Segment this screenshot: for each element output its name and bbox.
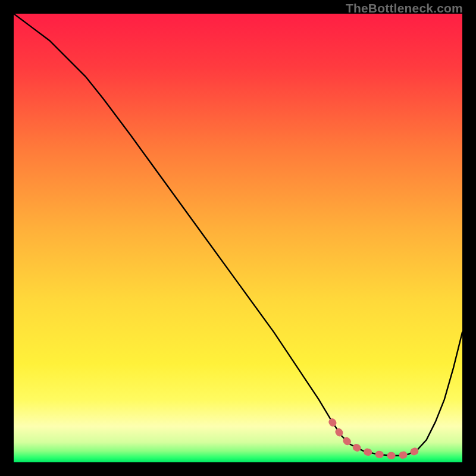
gradient-background <box>14 14 462 462</box>
chart-container <box>14 14 462 462</box>
bottleneck-chart <box>14 14 462 462</box>
